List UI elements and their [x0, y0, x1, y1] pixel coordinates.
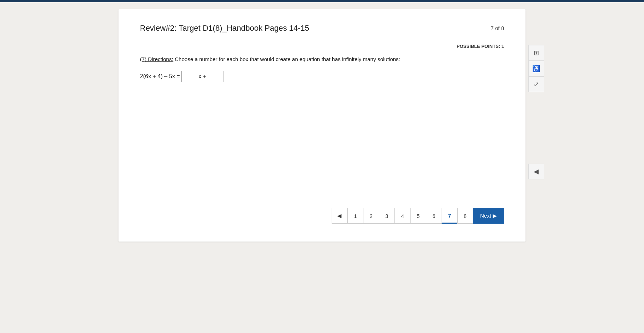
- page-btn-5[interactable]: 5: [410, 208, 426, 224]
- page-btn-2[interactable]: 2: [363, 208, 379, 224]
- question-directions-text: Choose a number for each box that would …: [175, 56, 400, 62]
- equation-middle: x +: [198, 73, 206, 80]
- next-label: Next ▶: [480, 213, 497, 219]
- main-card: Review#2: Target D1(8)_Handbook Pages 14…: [119, 9, 525, 242]
- next-button[interactable]: Next ▶: [473, 208, 504, 224]
- page-btn-3[interactable]: 3: [379, 208, 394, 224]
- equation-box-1[interactable]: [181, 71, 197, 82]
- sidebar-collapse-button[interactable]: ◀: [528, 164, 544, 179]
- page-btn-6[interactable]: 6: [426, 208, 442, 224]
- expand-icon-button[interactable]: ⤢: [528, 76, 544, 92]
- card-title: Review#2: Target D1(8)_Handbook Pages 14…: [140, 24, 309, 33]
- page-counter: 7 of 8: [490, 25, 504, 31]
- page-btn-1[interactable]: 1: [347, 208, 363, 224]
- equation-box-2[interactable]: [208, 71, 223, 82]
- pagination-area: ◀ 1 2 3 4 5 6 7 8 Next ▶: [332, 208, 504, 224]
- possible-points: POSSIBLE POINTS: 1: [140, 44, 504, 49]
- accessibility-icon: ♿: [532, 65, 540, 73]
- accessibility-icon-button[interactable]: ♿: [528, 61, 544, 76]
- grid-icon-button[interactable]: ⊞: [528, 45, 544, 61]
- sidebar: ⊞ ♿ ⤢ ◀: [528, 45, 544, 179]
- pagination-wrapper: ◀ 1 2 3 4 5 6 7 8 Next ▶: [332, 208, 504, 224]
- page-btn-8[interactable]: 8: [457, 208, 473, 224]
- page-btn-4[interactable]: 4: [394, 208, 410, 224]
- chevron-left-icon: ◀: [534, 168, 539, 175]
- page-prev-button[interactable]: ◀: [332, 208, 347, 224]
- question-number-label: (7) Directions:: [140, 56, 173, 62]
- page-wrapper: Review#2: Target D1(8)_Handbook Pages 14…: [0, 2, 644, 333]
- equation-row: 2(6x + 4) – 5x = x +: [140, 71, 504, 82]
- grid-icon: ⊞: [534, 49, 539, 57]
- card-header: Review#2: Target D1(8)_Handbook Pages 14…: [140, 24, 504, 33]
- expand-icon: ⤢: [534, 80, 539, 88]
- question-directions: (7) Directions: Choose a number for each…: [140, 56, 504, 62]
- equation-prefix: 2(6x + 4) – 5x =: [140, 73, 180, 80]
- page-btn-7[interactable]: 7: [442, 208, 457, 224]
